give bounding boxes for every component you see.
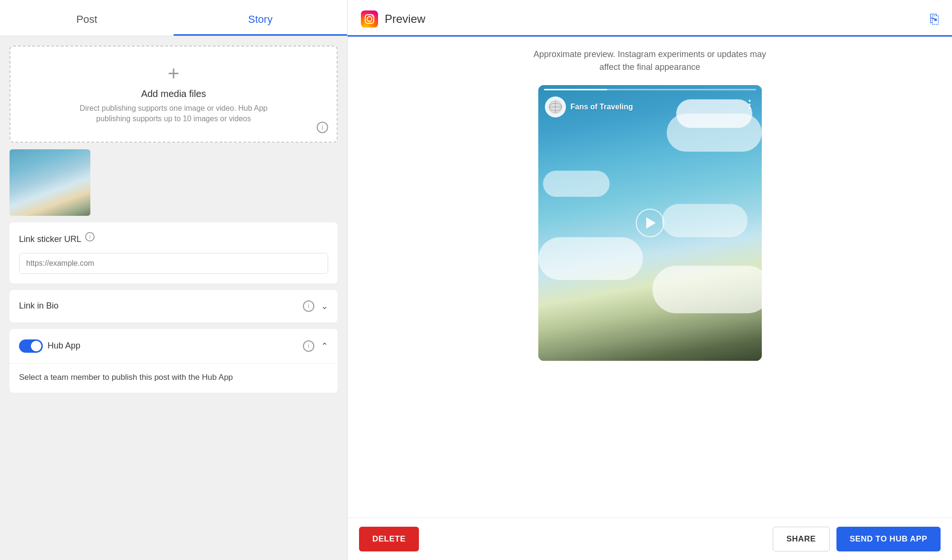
svg-rect-0 — [361, 10, 378, 28]
phone-icon[interactable]: ⎘ — [930, 11, 939, 27]
chevron-down-icon: ⌄ — [321, 301, 328, 311]
hub-app-icons: i ⌃ — [303, 340, 328, 352]
share-button[interactable]: SHARE — [773, 527, 830, 551]
upload-area[interactable]: + Add media files Direct publishing supp… — [10, 46, 338, 143]
thumbnail-image — [10, 149, 90, 216]
story-avatar — [545, 97, 566, 117]
cloud-5 — [538, 237, 643, 280]
link-sticker-section: Link sticker URL i — [10, 222, 338, 283]
link-sticker-text: Link sticker URL — [19, 234, 81, 244]
right-panel: Preview ⎘ Approximate preview. Instagram… — [347, 0, 952, 560]
left-content: + Add media files Direct publishing supp… — [0, 36, 347, 560]
media-thumbnail — [10, 149, 90, 216]
info-icon-hub-app[interactable]: i — [303, 340, 314, 352]
hub-app-description: Select a team member to publish this pos… — [19, 371, 328, 384]
cloud-6 — [652, 266, 762, 313]
hub-app-section: Hub App i ⌃ Select a team member to publ… — [10, 329, 338, 393]
tabs-bar: Post Story — [0, 0, 347, 36]
link-sticker-input[interactable] — [19, 253, 328, 274]
instagram-icon — [361, 10, 378, 28]
link-sticker-label: Link sticker URL i — [19, 232, 328, 247]
send-to-hub-button[interactable]: SEND TO HUB APP — [836, 527, 941, 551]
hub-app-body: Select a team member to publish this pos… — [10, 363, 338, 393]
link-in-bio-icons: i ⌄ — [303, 300, 328, 312]
hub-app-title: Hub App — [48, 341, 80, 351]
play-button[interactable] — [636, 209, 664, 237]
story-top-bar: Fans of Traveling ⋮ — [538, 85, 762, 123]
left-panel: Post Story + Add media files Direct publ… — [0, 0, 347, 560]
chevron-up-icon: ⌃ — [321, 341, 328, 351]
preview-notice: Approximate preview. Instagram experimen… — [526, 48, 774, 74]
story-more-options[interactable]: ⋮ — [744, 98, 755, 111]
link-in-bio-section[interactable]: Link in Bio i ⌄ — [10, 290, 338, 322]
info-icon-link-sticker[interactable]: i — [85, 232, 95, 241]
delete-button[interactable]: DELETE — [359, 527, 419, 551]
tab-story[interactable]: Story — [174, 0, 347, 36]
info-icon-upload[interactable]: i — [317, 122, 328, 133]
hub-app-toggle-container: Hub App — [19, 339, 80, 353]
cloud-4 — [662, 204, 748, 237]
hub-app-header[interactable]: Hub App i ⌃ — [10, 329, 338, 363]
link-in-bio-label: Link in Bio — [19, 301, 58, 311]
cloud-3 — [543, 171, 610, 197]
plus-icon: + — [168, 64, 180, 84]
info-icon-link-in-bio[interactable]: i — [303, 300, 314, 312]
play-triangle-icon — [646, 217, 656, 229]
link-in-bio-title: Link in Bio — [19, 301, 58, 311]
preview-title: Preview — [361, 10, 425, 28]
story-username: Fans of Traveling — [571, 103, 633, 111]
tab-post[interactable]: Post — [0, 0, 174, 36]
svg-point-3 — [372, 15, 373, 17]
toggle-knob — [31, 341, 41, 351]
upload-title: Add media files — [141, 88, 206, 99]
preview-content: Approximate preview. Instagram experimen… — [348, 37, 952, 518]
hub-app-toggle[interactable] — [19, 339, 43, 353]
story-preview-card: Fans of Traveling ⋮ — [538, 85, 762, 361]
preview-label: Preview — [385, 12, 425, 26]
upload-subtitle: Direct publishing supports one image or … — [74, 103, 273, 125]
preview-header: Preview ⎘ — [348, 0, 952, 37]
bottom-bar: DELETE SHARE SEND TO HUB APP — [348, 518, 952, 560]
